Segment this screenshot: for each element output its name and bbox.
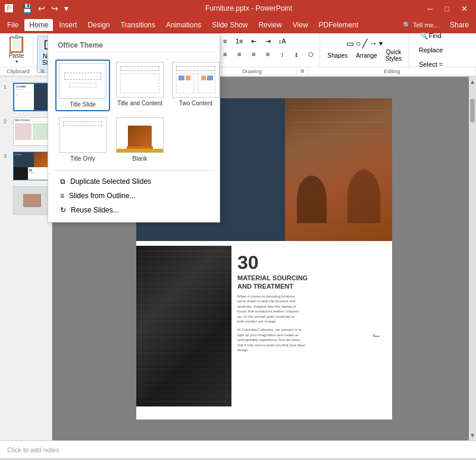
menu-pdfelement[interactable]: PDFelement [314,19,364,31]
paste-icon: 📋 [6,36,27,52]
decrease-indent[interactable]: ⇤ [247,35,260,47]
columns[interactable]: ⫿ [290,48,303,60]
oval-shape[interactable]: ○ [356,39,361,48]
slides-from-outline-item[interactable]: ≡ Slides from Outline... [53,189,215,203]
slide-thumb-3[interactable]: 3 PROMISING MANSHIP 30 MATERIA [2,151,49,182]
slide-thumb-1[interactable]: 1 COLUMBIA COLLECTIVE 2019 [2,82,49,112]
scroll-up-arrow[interactable]: ▲ [468,77,476,87]
clipboard-label: Clipboard [0,67,37,76]
scroll-down-arrow[interactable]: ▼ [468,430,476,440]
redo-btn[interactable]: ↪ [49,2,60,14]
editing-label: Editing [309,67,476,76]
slide-panel: 1 COLUMBIA COLLECTIVE 2019 2 Table of Co… [0,77,52,440]
menu-review[interactable]: Review [253,19,286,31]
drawing-section: ▭ ○ ╱ → ▾ Shapes Arrange QuickStyles [320,33,409,67]
align-left[interactable]: ≡ [218,48,231,60]
rectangle-shape[interactable]: ▭ [346,39,354,48]
maximize-btn[interactable]: □ [441,4,453,13]
notes-placeholder: Click to add notes [7,446,59,453]
reuse-slides-item[interactable]: ↻ Reuse Slides... [53,203,215,217]
smart-art[interactable]: ⬡ [304,48,317,60]
layout-title-only[interactable]: Title Only [55,115,110,164]
slide-big-number: 30 [237,252,386,274]
layout-title-slide[interactable]: Title Slide [55,60,110,111]
menu-view[interactable]: View [288,19,313,31]
drawing-expand[interactable]: ⊞ [297,67,309,76]
menu-slideshow[interactable]: Slide Show [207,19,252,31]
window-controls: ─ □ ✕ [424,4,471,13]
slide-thumb-2[interactable]: 2 Table of Contents [2,116,49,147]
dropdown-divider [53,170,215,171]
app-icon: 🅿 [5,4,13,13]
minimize-btn[interactable]: ─ [424,4,436,13]
replace-button[interactable]: Replace [414,44,447,56]
layout-title-thumb [59,63,107,99]
layout-blank[interactable]: Blank [114,115,166,164]
arrange-button[interactable]: Arrange [353,49,380,61]
align-right[interactable]: ≡ [247,48,260,60]
editing-section: 🔍 Find Replace Select = [409,33,452,67]
increase-indent[interactable]: ⇥ [261,35,274,47]
layout-grid: Title Slide Title and Content Two Cont [53,57,215,167]
menu-tell-me[interactable]: 🔍 Tell me... [398,20,444,31]
arrow-shape[interactable]: → [369,39,377,48]
duplicate-label: Duplicate Selected Slides [70,177,151,186]
slide-leather-image [136,246,231,406]
shapes-button[interactable]: Shapes [325,49,350,61]
slide-material-heading: MATERIAL SOURCINGAND TREATMENT [237,274,386,291]
scroll-thumb[interactable] [470,99,475,123]
menu-file[interactable]: File [2,19,23,31]
title-bar: 🅿 💾 ↩ ↪ ▾ Furniture.pptx - PowerPoint ─ … [0,0,476,17]
layout-title-content[interactable]: Title and Content [114,60,166,111]
title-bar-left: 🅿 💾 ↩ ↪ ▾ [5,2,74,14]
layout-title-content-label: Title and Content [117,100,162,107]
slide-thumb-img-2: Table of Contents [13,117,51,146]
save-btn[interactable]: 💾 [20,2,34,14]
clipboard-expand[interactable]: ⊞ [37,67,49,76]
align-center[interactable]: ≡ [233,48,246,60]
line-shape[interactable]: ╱ [362,39,367,48]
quick-styles-button[interactable]: QuickStyles [383,49,404,61]
vertical-scrollbar[interactable]: ▲ ▼ [469,77,476,440]
slide-material-body2: At Columbia Collective, our passion is t… [237,327,386,352]
notes-bar[interactable]: Click to add notes [0,440,476,458]
slide-bottom-section: 30 MATERIAL SOURCINGAND TREATMENT When i… [136,246,392,420]
reuse-icon: ↻ [60,206,66,214]
menu-design[interactable]: Design [83,19,114,31]
bullets-button[interactable]: ≡ [218,35,231,47]
layout-blank-label: Blank [132,155,147,162]
layout-two-content-thumb [172,62,220,98]
line-spacing[interactable]: ↕ [275,48,289,60]
outline-label: Slides from Outline... [69,192,135,200]
new-slide-dropdown-menu: Office Theme Title Slide Title and Conte… [48,33,220,223]
close-btn[interactable]: ✕ [458,4,471,13]
layout-title-content-thumb [116,62,164,98]
justify[interactable]: ≡ [261,48,274,60]
text-direction[interactable]: ↕A [275,35,289,47]
menu-home[interactable]: Home [24,19,53,31]
numbering-button[interactable]: 1≡ [233,35,246,47]
paste-dropdown[interactable]: ▾ [15,59,18,64]
undo-btn[interactable]: ↩ [36,2,47,14]
duplicate-slides-item[interactable]: ⧉ Duplicate Selected Slides [53,174,215,189]
slide-num-3: 3 [4,152,11,159]
paste-label: Paste [9,52,24,59]
find-button[interactable]: 🔍 Find [414,30,447,42]
more-shapes[interactable]: ▾ [379,39,383,48]
slide-thumb-img-1: COLUMBIA COLLECTIVE 2019 [13,83,51,111]
window-title: Furniture.pptx - PowerPoint [74,4,424,12]
quick-access-toolbar: 💾 ↩ ↪ ▾ [17,2,74,14]
menu-share[interactable]: Share [445,19,474,31]
customize-btn[interactable]: ▾ [62,2,70,14]
outline-icon: ≡ [60,192,64,200]
duplicate-icon: ⧉ [60,177,65,186]
layout-title-label: Title Slide [70,101,96,108]
clipboard-section: 📋 Paste ▾ [0,33,33,67]
menu-insert[interactable]: Insert [54,19,82,31]
menu-transitions[interactable]: Transitions [116,19,160,31]
menu-animations[interactable]: Animations [161,19,206,31]
slide-thumb-extra[interactable] [2,185,49,216]
paste-button[interactable]: 📋 Paste ▾ [1,35,32,65]
layout-two-content[interactable]: Two Content [170,60,222,111]
layout-title-only-label: Title Only [70,155,95,162]
